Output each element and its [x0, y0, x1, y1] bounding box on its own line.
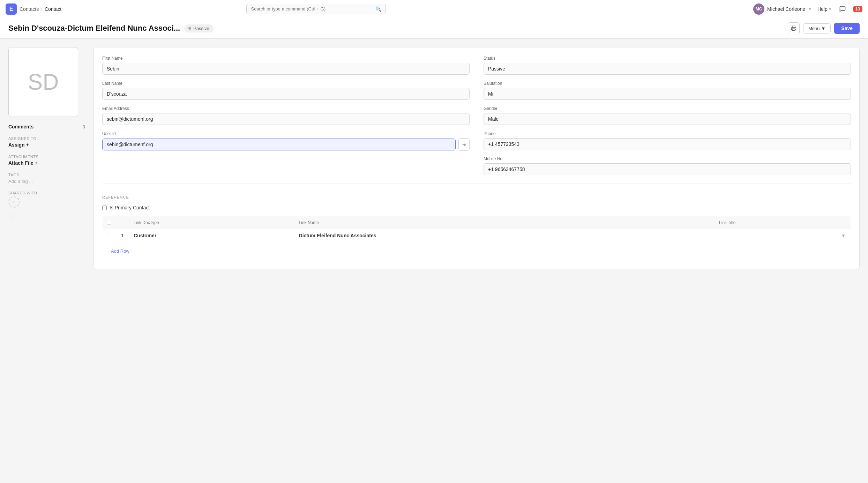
last-name-label: Last Name — [102, 81, 470, 86]
comments-label: Comments — [8, 124, 33, 129]
chat-icon[interactable] — [838, 4, 847, 14]
salutation-input[interactable] — [484, 88, 851, 100]
app-icon[interactable]: E — [6, 3, 17, 15]
breadcrumb: Contacts › Contact — [20, 6, 61, 12]
left-column: First Name Last Name Email Address User … — [102, 56, 470, 175]
last-name-group: Last Name — [102, 81, 470, 100]
comments-count: 0 — [83, 124, 85, 129]
row-doctype-value: Customer — [134, 233, 156, 238]
table-header-doctype: Link DocType — [129, 216, 295, 229]
gender-label: Gender — [484, 106, 851, 111]
first-name-input[interactable] — [102, 63, 470, 75]
user-menu[interactable]: MC Michael Corleone ▼ — [753, 3, 812, 15]
form-area: First Name Last Name Email Address User … — [93, 47, 860, 269]
status-dot — [188, 27, 191, 30]
user-id-group: User Id ➔ — [102, 131, 470, 151]
menu-chevron-icon: ▼ — [821, 26, 825, 31]
sidebar: SD Comments 0 ASSIGNED TO Assign + ATTAC… — [8, 47, 85, 269]
last-name-input[interactable] — [102, 88, 470, 100]
favorite-icon[interactable]: ♡ — [8, 213, 85, 221]
nav-right: MC Michael Corleone ▼ Help ▼ 13 — [753, 3, 862, 15]
tags-section: TAGS Add a tag ... — [8, 173, 85, 184]
page-title: Sebin D'scouza-Dictum Eleifend Nunc Asso… — [8, 24, 180, 33]
search-bar[interactable]: 🔍 — [246, 4, 386, 14]
comments-section: Comments 0 — [8, 124, 85, 129]
avatar: MC — [753, 3, 764, 15]
mobile-group: Mobile No — [484, 156, 851, 175]
primary-contact-row: Is Primary Contact — [102, 205, 851, 210]
user-id-label: User Id — [102, 131, 470, 136]
row-title-cell — [715, 229, 837, 242]
status-badge: Passive — [184, 24, 214, 32]
divider — [102, 184, 851, 184]
row-check-cell — [103, 229, 116, 242]
table-header-num — [115, 216, 129, 229]
email-group: Email Address — [102, 106, 470, 125]
search-icon: 🔍 — [375, 6, 381, 12]
breadcrumb-contact: Contact — [45, 6, 61, 12]
help-chevron-icon: ▼ — [828, 7, 832, 11]
primary-contact-label: Is Primary Contact — [110, 205, 150, 210]
shared-add-button[interactable]: + — [8, 196, 20, 208]
salutation-label: Salutation — [484, 81, 851, 86]
table-row: 1 Customer Dictum Eleifend Nunc Associat… — [103, 229, 851, 242]
mobile-input[interactable] — [484, 163, 851, 175]
primary-contact-checkbox[interactable] — [102, 206, 107, 210]
table-header-actions — [837, 216, 851, 229]
attachments-label: ATTACHMENTS — [8, 155, 85, 159]
gender-input[interactable] — [484, 113, 851, 125]
page-header: Sebin D'scouza-Dictum Eleifend Nunc Asso… — [0, 18, 868, 39]
shared-with-label: SHARED WITH — [8, 191, 85, 195]
status-label: Status — [484, 56, 851, 61]
help-button[interactable]: Help ▼ — [817, 6, 832, 12]
user-id-input[interactable] — [102, 139, 456, 150]
row-checkbox[interactable] — [107, 233, 111, 237]
gender-group: Gender — [484, 106, 851, 125]
reference-title: REFERENCE — [102, 195, 851, 199]
table-header-check — [103, 216, 116, 229]
save-button[interactable]: Save — [834, 23, 860, 34]
phone-group: Phone — [484, 131, 851, 150]
tags-label: TAGS — [8, 173, 85, 177]
assigned-to-label: ASSIGNED TO — [8, 136, 85, 141]
menu-button[interactable]: Menu ▼ — [803, 23, 831, 34]
phone-label: Phone — [484, 131, 851, 136]
main-content: SD Comments 0 ASSIGNED TO Assign + ATTAC… — [0, 39, 868, 277]
attachments-section: ATTACHMENTS Attach File + — [8, 155, 85, 166]
print-button[interactable] — [788, 22, 800, 34]
user-name[interactable]: Michael Corleone — [767, 6, 805, 12]
table-check-all[interactable] — [107, 220, 111, 224]
assigned-to-section: ASSIGNED TO Assign + — [8, 136, 85, 148]
notification-badge[interactable]: 13 — [853, 6, 862, 12]
row-dropdown-icon[interactable]: ▼ — [841, 233, 846, 238]
search-input[interactable] — [251, 6, 373, 12]
first-name-label: First Name — [102, 56, 470, 61]
attach-file-button[interactable]: Attach File + — [8, 160, 85, 166]
assign-button[interactable]: Assign + — [8, 142, 85, 148]
form-grid: First Name Last Name Email Address User … — [102, 56, 851, 175]
add-row-button[interactable]: Add Row — [107, 246, 134, 257]
row-doctype-cell: Customer — [129, 229, 295, 242]
salutation-group: Salutation — [484, 81, 851, 100]
breadcrumb-contacts[interactable]: Contacts — [20, 6, 39, 12]
reference-section: REFERENCE Is Primary Contact Link DocTyp… — [102, 195, 851, 260]
add-tag-button[interactable]: Add a tag ... — [8, 179, 33, 184]
table-header-title: Link Title — [715, 216, 837, 229]
mobile-label: Mobile No — [484, 156, 851, 161]
email-label: Email Address — [102, 106, 470, 111]
reference-table: Link DocType Link Name Link Title 1 Cust… — [102, 216, 851, 260]
status-input[interactable] — [484, 63, 851, 75]
email-input[interactable] — [102, 113, 470, 125]
top-nav: E Contacts › Contact 🔍 MC Michael Corleo… — [0, 0, 868, 18]
user-id-row: ➔ — [102, 138, 470, 151]
user-chevron-icon: ▼ — [808, 7, 812, 11]
shared-with-section: SHARED WITH + — [8, 191, 85, 208]
first-name-group: First Name — [102, 56, 470, 75]
row-name-value: Dictum Eleifend Nunc Associates — [299, 233, 376, 238]
avatar-initials: SD — [28, 69, 59, 95]
user-id-link-button[interactable]: ➔ — [458, 138, 470, 151]
status-label: Passive — [193, 26, 209, 31]
phone-input[interactable] — [484, 138, 851, 150]
row-name-cell: Dictum Eleifend Nunc Associates — [295, 229, 715, 242]
add-row-cell: Add Row — [103, 242, 851, 260]
